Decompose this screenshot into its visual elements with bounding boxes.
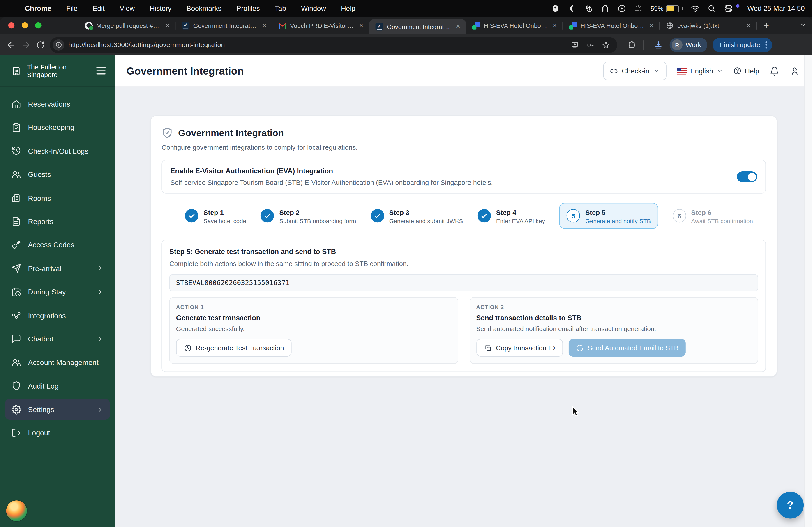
step-4[interactable]: Step 4Enter EVA API key xyxy=(478,208,545,224)
sidebar-item-during-stay[interactable]: During Stay xyxy=(5,282,110,302)
minimize-window-button[interactable] xyxy=(21,22,28,29)
tab-github-pr[interactable]: Merge pull request #2406 f ✕ xyxy=(79,17,175,34)
menu-profiles[interactable]: Profiles xyxy=(236,5,260,12)
step-label: Step 1 xyxy=(203,209,224,216)
copy-transaction-id-button[interactable]: Copy transaction ID xyxy=(476,339,563,357)
tab-close-icon[interactable]: ✕ xyxy=(648,22,656,29)
tab-close-icon[interactable]: ✕ xyxy=(744,22,752,29)
menu-tab[interactable]: Tab xyxy=(275,5,286,12)
tab-his-eva-1[interactable]: HIS-EVA Hotel Onboarding ✕ xyxy=(466,17,563,34)
tab-close-icon[interactable]: ✕ xyxy=(260,22,268,29)
keyboard-brightness-icon[interactable] xyxy=(634,4,643,13)
tab-search-chevron-icon[interactable] xyxy=(800,21,807,28)
tab-close-icon[interactable]: ✕ xyxy=(551,22,559,29)
browser-menu-icon[interactable] xyxy=(766,41,767,48)
new-tab-button[interactable]: + xyxy=(760,20,772,32)
menu-chrome[interactable]: Chrome xyxy=(25,5,51,12)
control-center-icon[interactable] xyxy=(724,4,733,13)
url-text[interactable]: http://localhost:3000/settings/governmen… xyxy=(68,41,565,48)
password-key-icon[interactable] xyxy=(584,39,597,51)
tab-gmail[interactable]: Vouch PRD E-Visitor Authen ✕ xyxy=(273,17,369,34)
status-arch-icon[interactable] xyxy=(601,4,610,13)
tab-government-integration-1[interactable]: ✓ Government Integration - A ✕ xyxy=(175,17,272,34)
menubar-clock[interactable]: Wed 25 Mar 14.50 xyxy=(747,5,804,12)
menu-help[interactable]: Help xyxy=(341,5,356,12)
sidebar-item-checkinout-logs[interactable]: Check-In/Out Logs xyxy=(5,141,110,161)
sidebar-item-integrations[interactable]: Integrations xyxy=(5,305,110,326)
sidebar-item-guests[interactable]: Guests xyxy=(5,164,110,185)
step-3[interactable]: Step 3Generate and submit JWKS xyxy=(371,208,463,224)
close-window-button[interactable] xyxy=(8,22,15,29)
site-info-icon[interactable] xyxy=(53,39,64,50)
downloads-icon[interactable] xyxy=(652,39,665,51)
forward-button[interactable] xyxy=(19,37,33,52)
notifications-bell-icon[interactable] xyxy=(770,66,780,76)
menu-history[interactable]: History xyxy=(150,5,171,12)
page-title: Government Integration xyxy=(126,65,244,77)
extensions-icon[interactable] xyxy=(625,39,638,51)
install-app-icon[interactable] xyxy=(569,39,581,51)
vouch-favicon: ✓ xyxy=(182,21,189,29)
sidebar-item-audit-log[interactable]: Audit Log xyxy=(5,376,110,396)
menu-file[interactable]: File xyxy=(66,5,77,12)
status-play-icon[interactable] xyxy=(617,4,626,13)
help-fab[interactable]: ? xyxy=(777,492,804,518)
menu-bookmarks[interactable]: Bookmarks xyxy=(187,5,221,12)
regenerate-test-transaction-button[interactable]: Re-generate Test Transaction xyxy=(176,339,292,357)
step-2[interactable]: Step 2Submit STB onboarding form xyxy=(261,208,356,224)
sidebar-item-pre-arrival[interactable]: Pre-arrival xyxy=(5,258,110,279)
spotlight-icon[interactable] xyxy=(708,4,716,13)
back-button[interactable] xyxy=(4,37,18,52)
sidebar-item-reservations[interactable]: Reservations xyxy=(5,94,110,115)
menu-edit[interactable]: Edit xyxy=(92,5,104,12)
checkin-dropdown[interactable]: Check-in xyxy=(603,62,667,80)
tab-close-icon[interactable]: ✕ xyxy=(454,23,462,30)
workflow-icon xyxy=(12,311,21,320)
sidebar-item-reports[interactable]: Reports xyxy=(5,211,110,232)
chevron-right-icon xyxy=(97,288,103,295)
wifi-icon[interactable] xyxy=(691,4,700,13)
tab-close-icon[interactable]: ✕ xyxy=(357,22,365,29)
menu-window[interactable]: Window xyxy=(301,5,326,12)
step-5-active[interactable]: 5 Step 5Generate and notify STB xyxy=(560,203,658,229)
step-1[interactable]: Step 1Save hotel code xyxy=(185,208,246,224)
status-app-icon[interactable] xyxy=(568,4,577,13)
transaction-id-field[interactable] xyxy=(169,274,758,291)
language-selector[interactable]: English xyxy=(677,67,723,75)
address-bar[interactable]: http://localhost:3000/settings/governmen… xyxy=(49,37,617,52)
action-kicker: ACTION 2 xyxy=(476,304,751,310)
fullscreen-window-button[interactable] xyxy=(35,22,42,29)
sidebar-item-access-codes[interactable]: Access Codes xyxy=(5,235,110,255)
tab-his-eva-2[interactable]: HIS-EVA Hotel Onboarding ✕ xyxy=(563,17,660,34)
onboarding-stepper: Step 1Save hotel code Step 2Submit STB o… xyxy=(185,203,753,229)
user-avatar[interactable] xyxy=(6,500,27,521)
finish-update-button[interactable]: Finish update xyxy=(712,37,772,52)
tab-government-integration-active[interactable]: ✓ Government Integration - A ✕ xyxy=(369,19,466,34)
account-icon[interactable] xyxy=(790,66,800,76)
status-hand-warning-icon[interactable] xyxy=(584,4,593,13)
hotel-name: The Fullerton Singapore xyxy=(27,63,94,79)
profile-chip[interactable]: R Work xyxy=(670,37,708,52)
reload-button[interactable] xyxy=(33,37,47,52)
battery-indicator[interactable]: 59% xyxy=(651,5,683,12)
eva-toggle-switch[interactable] xyxy=(737,171,757,182)
send-automated-email-button[interactable]: Send Automated Email to STB xyxy=(568,339,686,357)
sidebar-item-rooms[interactable]: Rooms xyxy=(5,187,110,208)
sidebar-item-housekeeping[interactable]: Housekeeping xyxy=(5,117,110,138)
step-6[interactable]: 6 Step 6Await STB confirmation xyxy=(672,208,753,224)
help-button[interactable]: Help xyxy=(734,67,759,75)
action-kicker: ACTION 1 xyxy=(176,304,451,310)
sidebar-item-settings[interactable]: Settings xyxy=(5,399,110,420)
sidebar-item-logout[interactable]: Logout xyxy=(5,423,110,443)
sidebar-collapse-icon[interactable] xyxy=(94,65,108,77)
sidebar-item-chatbot[interactable]: Chatbot xyxy=(5,329,110,349)
macos-menubar: Chrome File Edit View History Bookmarks … xyxy=(0,0,812,17)
bookmark-star-icon[interactable] xyxy=(600,39,612,51)
tab-eva-jwks[interactable]: eva-jwks (1).txt ✕ xyxy=(660,17,756,34)
tab-close-icon[interactable]: ✕ xyxy=(163,22,171,29)
tab-title: HIS-EVA Hotel Onboarding xyxy=(581,22,644,29)
sidebar-item-account-management[interactable]: Account Management xyxy=(5,352,110,373)
scrollbar-track[interactable] xyxy=(804,56,812,527)
status-pill-icon[interactable] xyxy=(551,4,560,13)
menu-view[interactable]: View xyxy=(119,5,135,12)
